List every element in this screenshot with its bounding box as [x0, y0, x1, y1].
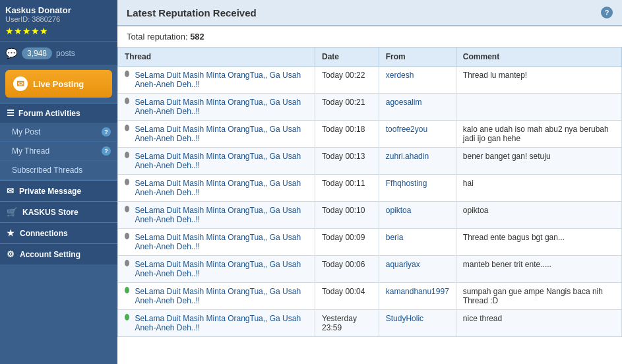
table-row: SeLama Duit Masih Minta OrangTua,, Ga Us… [118, 121, 622, 148]
from-cell: beria [379, 229, 456, 256]
user-stars: ★★★★★ [5, 26, 112, 36]
status-dot [125, 125, 129, 131]
username: Kaskus Donator [5, 5, 112, 15]
user-info: Kaskus Donator UserID: 3880276 ★★★★★ [0, 0, 117, 42]
posts-count: 3,948 [22, 47, 52, 59]
kaskus-store-label: KASKUS Store [22, 208, 78, 217]
table-row: SeLama Duit Masih Minta OrangTua,, Ga Us… [118, 256, 622, 283]
header-help-icon[interactable]: ? [601, 7, 613, 18]
account-setting-button[interactable]: ⚙ Account Setting [0, 243, 117, 264]
forum-activities-header: ☰ Forum Activities [0, 103, 117, 123]
table-row: SeLama Duit Masih Minta OrangTua,, Ga Us… [118, 94, 622, 121]
my-thread-help-icon[interactable]: ? [102, 146, 111, 156]
date-column-header: Date [315, 47, 379, 67]
main-header: Latest Reputation Received ? [117, 0, 622, 26]
from-cell: aquariyax [379, 256, 456, 283]
thread-column-header: Thread [118, 47, 315, 67]
my-thread-label: My Thread [12, 146, 49, 156]
kaskus-store-button[interactable]: 🛒 KASKUS Store [0, 201, 117, 222]
connections-label: Connections [20, 229, 68, 238]
thread-link[interactable]: SeLama Duit Masih Minta OrangTua,, Ga Us… [135, 233, 308, 251]
date-cell: Today 00:22 [315, 67, 379, 94]
store-icon: 🛒 [7, 207, 17, 217]
my-thread-item[interactable]: My Thread ? [0, 142, 117, 161]
status-dot [125, 206, 129, 212]
my-post-item[interactable]: My Post ? [0, 123, 117, 142]
from-link[interactable]: beria [386, 233, 404, 242]
thread-cell: SeLama Duit Masih Minta OrangTua,, Ga Us… [118, 67, 315, 94]
my-post-help-icon[interactable]: ? [102, 127, 111, 136]
table-row: SeLama Duit Masih Minta OrangTua,, Ga Us… [118, 310, 622, 337]
thread-link[interactable]: SeLama Duit Masih Minta OrangTua,, Ga Us… [135, 125, 308, 143]
thread-cell: SeLama Duit Masih Minta OrangTua,, Ga Us… [118, 121, 315, 148]
account-setting-label: Account Setting [20, 250, 80, 259]
thread-cell: SeLama Duit Masih Minta OrangTua,, Ga Us… [118, 148, 315, 175]
from-link[interactable]: xerdesh [386, 71, 414, 80]
sidebar: Kaskus Donator UserID: 3880276 ★★★★★ 💬 3… [0, 0, 117, 364]
connections-icon: ★ [7, 228, 15, 238]
from-link[interactable]: aquariyax [386, 260, 420, 269]
thread-cell: SeLama Duit Masih Minta OrangTua,, Ga Us… [118, 310, 315, 337]
from-link[interactable]: zuhri.ahadin [386, 152, 429, 161]
posts-label: posts [56, 49, 75, 58]
user-posts: 💬 3,948 posts [0, 42, 117, 65]
comment-cell [456, 94, 621, 121]
reputation-table: Thread Date From Comment SeLama Duit Mas… [117, 47, 622, 337]
from-link[interactable]: opiktoa [386, 206, 412, 215]
thread-cell: SeLama Duit Masih Minta OrangTua,, Ga Us… [118, 94, 315, 121]
gear-icon: ⚙ [7, 249, 15, 259]
table-row: SeLama Duit Masih Minta OrangTua,, Ga Us… [118, 175, 622, 202]
date-cell: Today 00:10 [315, 202, 379, 229]
date-cell: Yesterday 23:59 [315, 310, 379, 337]
comment-cell: bener banget gan! setuju [456, 148, 621, 175]
from-cell: StudyHolic [379, 310, 456, 337]
date-cell: Today 00:13 [315, 148, 379, 175]
live-posting-button[interactable]: ✉ Live Posting [5, 70, 112, 98]
thread-link[interactable]: SeLama Duit Masih Minta OrangTua,, Ga Us… [135, 98, 308, 116]
from-cell: zuhri.ahadin [379, 148, 456, 175]
table-row: SeLama Duit Masih Minta OrangTua,, Ga Us… [118, 67, 622, 94]
from-cell: opiktoa [379, 202, 456, 229]
date-cell: Today 00:09 [315, 229, 379, 256]
from-link[interactable]: StudyHolic [386, 314, 423, 323]
total-rep-value: 582 [190, 32, 204, 42]
from-link[interactable]: agoesalim [386, 98, 422, 107]
from-link[interactable]: kamandhanu1997 [386, 287, 449, 296]
private-message-button[interactable]: ✉ Private Message [0, 180, 117, 201]
comment-cell: sumpah gan gue ampe Nangis baca nih Thre… [456, 283, 621, 310]
thread-link[interactable]: SeLama Duit Masih Minta OrangTua,, Ga Us… [135, 314, 308, 332]
subscribed-threads-item[interactable]: Subscribed Threads [0, 161, 117, 180]
thread-link[interactable]: SeLama Duit Masih Minta OrangTua,, Ga Us… [135, 260, 308, 278]
connections-button[interactable]: ★ Connections [0, 222, 117, 243]
forum-icon: ☰ [7, 108, 15, 118]
from-link[interactable]: toofree2you [386, 125, 427, 134]
total-reputation: Total reputation: 582 [117, 26, 622, 47]
table-row: SeLama Duit Masih Minta OrangTua,, Ga Us… [118, 202, 622, 229]
private-message-label: Private Message [19, 187, 81, 196]
comment-column-header: Comment [456, 47, 621, 67]
comment-cell: manteb bener trit ente..... [456, 256, 621, 283]
comment-cell: opiktoa [456, 202, 621, 229]
thread-link[interactable]: SeLama Duit Masih Minta OrangTua,, Ga Us… [135, 179, 308, 197]
table-row: SeLama Duit Masih Minta OrangTua,, Ga Us… [118, 148, 622, 175]
thread-link[interactable]: SeLama Duit Masih Minta OrangTua,, Ga Us… [135, 206, 308, 224]
date-cell: Today 00:06 [315, 256, 379, 283]
from-cell: agoesalim [379, 94, 456, 121]
table-row: SeLama Duit Masih Minta OrangTua,, Ga Us… [118, 283, 622, 310]
live-posting-icon: ✉ [13, 76, 28, 91]
comment-cell: Thread lu mantep! [456, 67, 621, 94]
thread-link[interactable]: SeLama Duit Masih Minta OrangTua,, Ga Us… [135, 71, 308, 89]
status-dot [125, 287, 129, 293]
thread-link[interactable]: SeLama Duit Masih Minta OrangTua,, Ga Us… [135, 287, 308, 305]
date-cell: Today 00:11 [315, 175, 379, 202]
from-cell: toofree2you [379, 121, 456, 148]
user-id: UserID: 3880276 [5, 15, 112, 23]
thread-cell: SeLama Duit Masih Minta OrangTua,, Ga Us… [118, 175, 315, 202]
from-column-header: From [379, 47, 456, 67]
thread-cell: SeLama Duit Masih Minta OrangTua,, Ga Us… [118, 202, 315, 229]
thread-link[interactable]: SeLama Duit Masih Minta OrangTua,, Ga Us… [135, 152, 308, 170]
total-rep-label: Total reputation: [127, 32, 188, 42]
status-dot [125, 233, 129, 239]
from-cell: kamandhanu1997 [379, 283, 456, 310]
from-link[interactable]: Ffhqhosting [386, 179, 427, 188]
